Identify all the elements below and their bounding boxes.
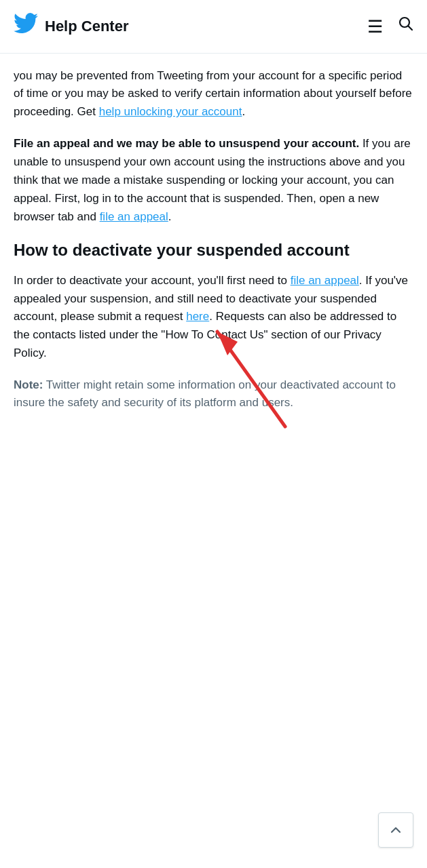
menu-icon[interactable]: ☰ bbox=[367, 13, 382, 40]
help-unlocking-link[interactable]: help unlocking your account bbox=[99, 105, 242, 118]
logo-container: Help Center bbox=[14, 9, 367, 43]
note-label: Note: bbox=[14, 378, 43, 391]
file-appeal-link-1[interactable]: file an appeal bbox=[100, 210, 168, 223]
here-link[interactable]: here bbox=[186, 310, 209, 323]
note-text: Twitter might retain some information on… bbox=[14, 378, 396, 409]
appeal-bold-text: File an appeal and we may be able to uns… bbox=[14, 137, 359, 150]
header-actions: ☰ bbox=[367, 13, 413, 40]
appeal-suffix: . bbox=[168, 210, 172, 223]
file-appeal-link-2[interactable]: file an appeal bbox=[291, 274, 359, 287]
header: Help Center ☰ bbox=[0, 0, 427, 54]
main-content: you may be prevented from Tweeting from … bbox=[0, 54, 427, 446]
note-paragraph: Note: Twitter might retain some informat… bbox=[14, 376, 413, 412]
appeal-paragraph: File an appeal and we may be able to uns… bbox=[14, 135, 413, 226]
header-title: Help Center bbox=[45, 15, 128, 38]
search-icon[interactable] bbox=[397, 15, 413, 38]
deactivate-heading: How to deactivate your suspended account bbox=[14, 239, 413, 260]
intro-suffix: . bbox=[242, 105, 245, 118]
svg-line-1 bbox=[409, 26, 413, 30]
intro-paragraph: you may be prevented from Tweeting from … bbox=[14, 67, 413, 122]
deactivate-paragraph: In order to deactivate your account, you… bbox=[14, 272, 413, 363]
twitter-bird-icon bbox=[14, 9, 38, 43]
deactivate-before-link: In order to deactivate your account, you… bbox=[14, 274, 291, 287]
